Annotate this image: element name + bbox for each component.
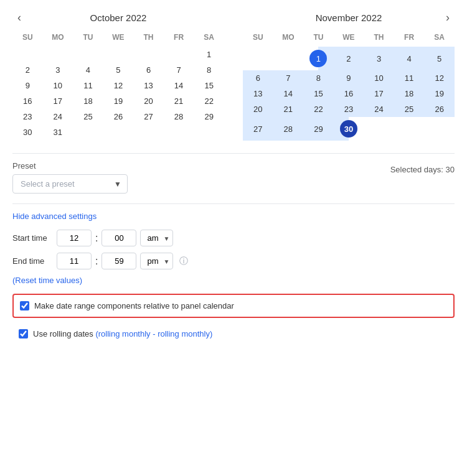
- calendar-day[interactable]: 22: [194, 93, 224, 109]
- calendar-day[interactable]: 23: [12, 109, 43, 124]
- calendars-wrapper: ‹ October 2022 SU MO TU WE TH FR SA: [12, 12, 455, 141]
- rolling-checkbox-row: Use rolling dates (rolling monthly - rol…: [12, 323, 455, 345]
- rolling-checkbox[interactable]: [19, 329, 28, 338]
- calendar-november: November 2022 › SU MO TU WE TH FR SA: [243, 12, 455, 141]
- calendar-day[interactable]: 19: [103, 93, 134, 109]
- calendar-day[interactable]: 12: [103, 78, 134, 93]
- preset-label: Preset: [12, 161, 128, 170]
- start-time-label: Start time: [12, 233, 53, 243]
- calendar-day[interactable]: 8: [303, 70, 334, 86]
- calendar-day[interactable]: 15: [303, 86, 334, 101]
- calendar-day[interactable]: 24: [43, 109, 73, 124]
- relative-checkbox-row: Make date range components relative to p…: [12, 294, 455, 318]
- calendar-day[interactable]: 20: [133, 93, 164, 109]
- end-time-row: End time : am pm ▼ ⓘ: [12, 253, 455, 269]
- start-ampm-select[interactable]: am pm: [140, 230, 173, 246]
- calendar-day[interactable]: 10: [43, 78, 73, 93]
- calendar-day[interactable]: 5: [103, 62, 134, 78]
- calendar-day[interactable]: 17: [43, 93, 73, 109]
- calendar-day[interactable]: 11: [73, 78, 103, 93]
- november-month-year: November 2022: [316, 12, 382, 23]
- empty-day: [243, 47, 273, 70]
- calendar-day[interactable]: 24: [364, 101, 394, 117]
- calendar-day[interactable]: 6: [243, 70, 273, 86]
- calendar-day[interactable]: 17: [364, 86, 394, 101]
- calendar-day[interactable]: 13: [133, 78, 164, 93]
- calendar-day[interactable]: 30: [12, 124, 43, 140]
- calendar-day[interactable]: 18: [394, 86, 425, 101]
- calendar-day[interactable]: 30: [334, 117, 364, 141]
- end-ampm-wrapper: am pm ▼: [140, 253, 173, 269]
- calendar-day[interactable]: 20: [243, 101, 273, 117]
- calendar-day[interactable]: 16: [334, 86, 364, 101]
- day-sa: SA: [194, 30, 224, 47]
- calendar-day[interactable]: 6: [133, 62, 164, 78]
- rolling-label-text: Use rolling dates: [33, 329, 95, 338]
- calendar-day[interactable]: 15: [194, 78, 224, 93]
- day-th: TH: [133, 30, 164, 47]
- preset-group: Preset Select a preset ▼: [12, 161, 128, 194]
- calendar-day[interactable]: 1: [194, 47, 224, 62]
- empty-day: [194, 124, 224, 140]
- day-su: SU: [243, 30, 273, 47]
- end-minute-input[interactable]: [101, 253, 136, 269]
- calendar-day[interactable]: 7: [164, 62, 194, 78]
- calendar-day[interactable]: 12: [424, 70, 455, 86]
- selected-days-label: Selected days: 30: [390, 165, 455, 174]
- calendar-day[interactable]: 14: [164, 78, 194, 93]
- calendar-day[interactable]: 5: [424, 47, 455, 70]
- calendar-day[interactable]: 11: [394, 70, 425, 86]
- calendar-day[interactable]: 16: [12, 93, 43, 109]
- end-ampm-select[interactable]: am pm: [140, 253, 173, 269]
- calendar-day[interactable]: 29: [303, 117, 334, 141]
- calendar-day[interactable]: 13: [243, 86, 273, 101]
- calendar-day[interactable]: 26: [424, 101, 455, 117]
- next-month-button[interactable]: ›: [441, 11, 455, 24]
- day-we: WE: [103, 30, 134, 47]
- empty-day: [73, 47, 103, 62]
- start-minute-input[interactable]: [101, 230, 136, 246]
- calendar-day[interactable]: 23: [334, 101, 364, 117]
- empty-day: [424, 117, 455, 141]
- end-hour-input[interactable]: [57, 253, 92, 269]
- calendar-day[interactable]: 7: [273, 70, 304, 86]
- calendar-day[interactable]: 10: [364, 70, 394, 86]
- calendar-day[interactable]: 1: [303, 47, 334, 70]
- calendar-day[interactable]: 3: [43, 62, 73, 78]
- calendar-day[interactable]: 27: [133, 109, 164, 124]
- calendar-day[interactable]: 9: [334, 70, 364, 86]
- calendar-day[interactable]: 14: [273, 86, 304, 101]
- calendar-day[interactable]: 27: [243, 117, 273, 141]
- calendar-day[interactable]: 26: [103, 109, 134, 124]
- preset-select[interactable]: Select a preset: [12, 174, 128, 194]
- reset-time-button[interactable]: (Reset time values): [12, 276, 82, 285]
- relative-checkbox[interactable]: [20, 301, 29, 310]
- preset-select-wrapper: Select a preset ▼: [12, 174, 128, 194]
- time-colon-end: :: [95, 256, 98, 267]
- empty-day: [73, 124, 103, 140]
- start-hour-input[interactable]: [57, 230, 92, 246]
- calendar-day[interactable]: 29: [194, 109, 224, 124]
- calendar-day[interactable]: 25: [73, 109, 103, 124]
- calendar-day[interactable]: 19: [424, 86, 455, 101]
- prev-month-button[interactable]: ‹: [12, 11, 26, 24]
- divider-2: [12, 203, 455, 204]
- calendar-day[interactable]: 28: [273, 117, 304, 141]
- calendar-day[interactable]: 3: [364, 47, 394, 70]
- calendar-day[interactable]: 21: [273, 101, 304, 117]
- empty-day: [43, 47, 73, 62]
- calendar-day[interactable]: 2: [12, 62, 43, 78]
- calendar-day[interactable]: 4: [394, 47, 425, 70]
- calendar-day[interactable]: 9: [12, 78, 43, 93]
- rolling-dates-link[interactable]: (rolling monthly - rolling monthly): [95, 329, 212, 338]
- calendar-day[interactable]: 2: [334, 47, 364, 70]
- calendar-day[interactable]: 28: [164, 109, 194, 124]
- calendar-day[interactable]: 4: [73, 62, 103, 78]
- calendar-day[interactable]: 22: [303, 101, 334, 117]
- calendar-day[interactable]: 18: [73, 93, 103, 109]
- calendar-day[interactable]: 8: [194, 62, 224, 78]
- calendar-day[interactable]: 25: [394, 101, 425, 117]
- calendar-day[interactable]: 21: [164, 93, 194, 109]
- calendar-day[interactable]: 31: [43, 124, 73, 140]
- advanced-settings-toggle[interactable]: Hide advanced settings: [12, 212, 97, 221]
